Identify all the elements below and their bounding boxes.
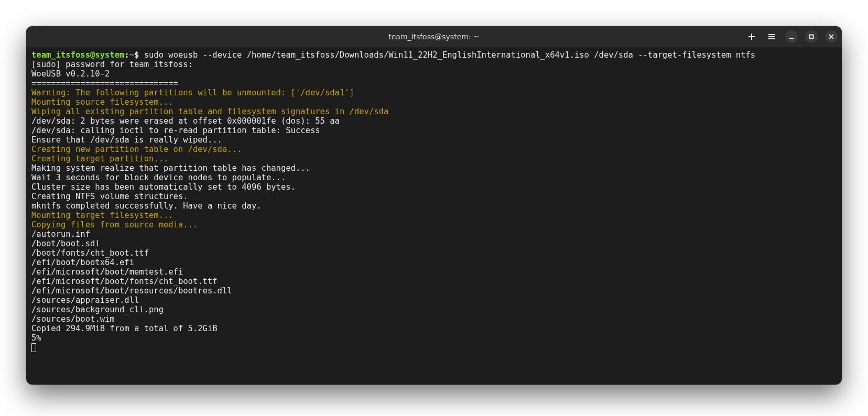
output-line: ============================== bbox=[31, 79, 178, 88]
output-progress-text: Copied 294.9MiB from a total of 5.2GiB bbox=[31, 324, 218, 333]
output-line: Ensure that /dev/sda is really wiped... bbox=[31, 135, 222, 145]
output-file: /sources/boot.wim bbox=[31, 314, 115, 324]
output-line: Creating NTFS volume structures. bbox=[31, 192, 188, 201]
output-line: /dev/sda: calling ioctl to re-read parti… bbox=[31, 126, 320, 135]
output-line: Wait 3 seconds for block device nodes to… bbox=[31, 173, 286, 182]
output-status: Copying files from source media... bbox=[31, 220, 198, 229]
output-file: /efi/microsoft/boot/fonts/cht_boot.ttf bbox=[31, 277, 218, 286]
maximize-button[interactable] bbox=[805, 30, 818, 43]
output-line: Cluster size has been automatically set … bbox=[31, 182, 296, 192]
output-file: /sources/appraiser.dll bbox=[31, 295, 139, 305]
terminal-body[interactable]: team_itsfoss@system:~$ sudo woeusb --dev… bbox=[26, 47, 842, 385]
output-file: /sources/background_cli.png bbox=[31, 305, 164, 314]
close-button[interactable] bbox=[825, 30, 838, 43]
output-status: Creating target partition... bbox=[31, 154, 168, 163]
minimize-button[interactable] bbox=[785, 30, 798, 43]
window-controls bbox=[745, 26, 838, 47]
svg-rect-6 bbox=[810, 35, 813, 39]
prompt-host: system bbox=[95, 50, 124, 60]
prompt-at: @ bbox=[90, 50, 95, 60]
prompt-colon: : bbox=[124, 50, 129, 60]
output-file: /efi/boot/bootx64.efi bbox=[31, 258, 134, 267]
output-progress-percent: 5% bbox=[31, 333, 41, 343]
output-file: /efi/microsoft/boot/memtest.efi bbox=[31, 267, 183, 277]
output-file: /efi/microsoft/boot/resources/bootres.dl… bbox=[31, 286, 232, 295]
terminal-window: team_itsfoss@system: ~ team_itsfoss@syst… bbox=[26, 26, 842, 385]
titlebar: team_itsfoss@system: ~ bbox=[26, 26, 842, 47]
output-file: /boot/boot.sdi bbox=[31, 239, 100, 248]
command-text: sudo woeusb --device /home/team_itsfoss/… bbox=[144, 50, 755, 60]
menu-button[interactable] bbox=[765, 30, 778, 43]
output-line: WoeUSB v0.2.10-2 bbox=[31, 69, 110, 79]
output-line: [sudo] password for team_itsfoss: bbox=[31, 60, 198, 69]
output-line: /dev/sda: 2 bytes were erased at offset … bbox=[31, 116, 340, 126]
prompt-dollar: $ bbox=[134, 50, 144, 60]
terminal-cursor bbox=[31, 343, 36, 352]
prompt-user: team_itsfoss bbox=[31, 50, 90, 60]
output-warning: Warning: The following partitions will b… bbox=[31, 88, 354, 97]
output-status: Mounting target filesystem... bbox=[31, 211, 173, 220]
prompt-path: ~ bbox=[129, 50, 134, 60]
output-file: /autorun.inf bbox=[31, 229, 90, 239]
output-status: Creating new partition table on /dev/sda… bbox=[31, 145, 242, 154]
new-tab-button[interactable] bbox=[745, 30, 758, 43]
window-title: team_itsfoss@system: ~ bbox=[26, 32, 842, 41]
output-file: /boot/fonts/cht_boot.ttf bbox=[31, 248, 149, 258]
output-line: Making system realize that partition tab… bbox=[31, 163, 310, 173]
output-status: Wiping all existing partition table and … bbox=[31, 107, 388, 116]
output-line: mkntfs completed successfully. Have a ni… bbox=[31, 201, 262, 211]
output-status: Mounting source filesystem... bbox=[31, 97, 173, 107]
